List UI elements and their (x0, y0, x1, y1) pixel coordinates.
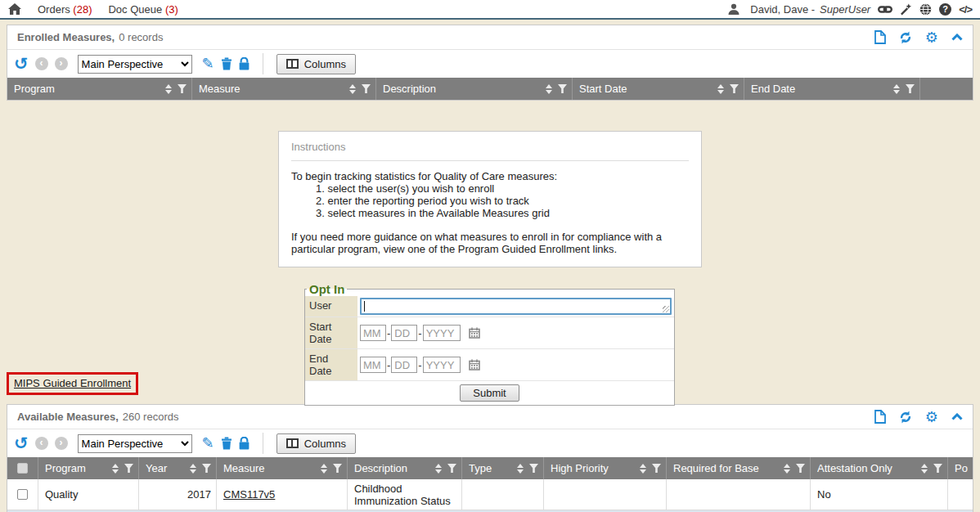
start-month-input[interactable] (360, 325, 386, 341)
delete-perspective-icon[interactable] (221, 57, 232, 70)
sort-icon[interactable] (435, 464, 442, 474)
select-all-checkbox[interactable] (17, 463, 28, 474)
column-header-measure[interactable]: Measure (216, 457, 347, 479)
column-header-description[interactable]: Description (347, 457, 461, 479)
filter-icon[interactable] (906, 84, 915, 93)
filter-icon[interactable] (730, 84, 739, 93)
end-month-input[interactable] (360, 357, 386, 373)
calendar-icon[interactable] (469, 359, 480, 371)
undo-icon[interactable]: ↺ (14, 56, 29, 72)
start-year-input[interactable] (423, 325, 461, 341)
column-header-high-priority[interactable]: High Priority (543, 457, 666, 479)
instructions-intro: To begin tracking statistics for Quality… (291, 170, 689, 182)
sort-icon[interactable] (517, 464, 524, 474)
filter-icon[interactable] (447, 464, 456, 473)
gear-icon[interactable]: ⚙ (925, 411, 938, 424)
delete-perspective-icon[interactable] (221, 437, 232, 450)
column-header-required-for-base[interactable]: Required for Base (666, 457, 810, 479)
start-day-input[interactable] (391, 325, 417, 341)
sort-icon[interactable] (784, 464, 790, 474)
collapse-icon[interactable] (951, 34, 963, 41)
globe-icon[interactable] (919, 3, 932, 16)
sort-icon[interactable] (190, 464, 196, 474)
column-header-description[interactable]: Description (375, 78, 572, 100)
column-header-type[interactable]: Type (461, 457, 543, 479)
perspective-select[interactable]: Main Perspective (78, 434, 192, 453)
column-header-year[interactable]: Year (138, 457, 216, 479)
refresh-icon[interactable] (899, 411, 912, 424)
lock-icon[interactable] (239, 437, 249, 450)
columns-button[interactable]: Columns (276, 433, 356, 454)
filter-icon[interactable] (124, 464, 133, 473)
nav-doc-queue[interactable]: Doc Queue (3) (108, 3, 178, 16)
perspective-select[interactable]: Main Perspective (78, 55, 192, 74)
mips-guided-enrollment-link[interactable]: MIPS Guided Enrollment (14, 377, 131, 389)
filter-icon[interactable] (333, 464, 342, 473)
filter-icon[interactable] (558, 84, 567, 93)
column-label: Start Date (579, 83, 712, 95)
wand-icon[interactable] (900, 3, 912, 16)
user-input[interactable] (360, 298, 672, 315)
next-perspective-button[interactable]: › (55, 437, 68, 450)
lock-icon[interactable] (239, 57, 249, 70)
calendar-icon[interactable] (469, 327, 480, 339)
cell-high-priority (543, 479, 666, 510)
column-header-program[interactable]: Program (7, 78, 191, 100)
available-measures-header: Available Measures, 260 records ⚙ (7, 405, 973, 429)
resize-grip[interactable] (663, 306, 669, 312)
column-label: End Date (751, 83, 888, 95)
new-document-icon[interactable] (874, 410, 886, 424)
measure-link[interactable]: CMS117v5 (223, 488, 275, 501)
filter-icon[interactable] (652, 464, 661, 473)
next-perspective-button[interactable]: › (55, 57, 68, 70)
help-icon[interactable]: ? (939, 3, 951, 16)
filter-icon[interactable] (529, 464, 538, 473)
columns-button[interactable]: Columns (276, 54, 356, 74)
nav-doc-queue-label: Doc Queue (108, 3, 162, 16)
row-checkbox[interactable] (17, 489, 28, 500)
sort-icon[interactable] (921, 464, 928, 474)
available-toolbar: ↺ ‹ › Main Perspective ✎ Columns (7, 429, 973, 457)
end-day-input[interactable] (391, 357, 417, 373)
gear-icon[interactable]: ⚙ (925, 31, 938, 44)
column-header-measure[interactable]: Measure (191, 78, 375, 100)
date-separator: - (387, 359, 390, 371)
sort-icon[interactable] (112, 464, 119, 474)
user-label: User (305, 296, 357, 317)
columns-button-label: Columns (304, 438, 346, 450)
sort-icon[interactable] (717, 84, 724, 94)
sort-icon[interactable] (165, 84, 172, 94)
end-year-input[interactable] (423, 357, 461, 373)
sort-icon[interactable] (349, 84, 356, 94)
home-icon[interactable] (8, 3, 21, 15)
column-header-program[interactable]: Program (38, 457, 138, 479)
new-document-icon[interactable] (874, 30, 886, 44)
edit-perspective-icon[interactable]: ✎ (202, 55, 214, 73)
code-icon[interactable]: </> (959, 3, 972, 16)
link-icon[interactable] (878, 4, 892, 15)
filter-icon[interactable] (933, 464, 942, 473)
undo-icon[interactable]: ↺ (14, 435, 29, 451)
filter-icon[interactable] (796, 464, 805, 473)
sort-icon[interactable] (321, 464, 327, 474)
column-header-end-date[interactable]: End Date (744, 78, 919, 100)
user-row: User (305, 296, 674, 317)
sort-icon[interactable] (893, 84, 900, 94)
nav-orders[interactable]: Orders (28) (38, 3, 92, 16)
column-header-points[interactable]: Points (947, 457, 973, 479)
edit-perspective-icon[interactable]: ✎ (202, 434, 214, 452)
sort-icon[interactable] (546, 84, 552, 94)
refresh-icon[interactable] (899, 31, 912, 44)
filter-icon[interactable] (178, 84, 187, 93)
filter-icon[interactable] (202, 464, 211, 473)
submit-button[interactable]: Submit (460, 384, 519, 402)
column-header-attestation-only[interactable]: Attestation Only (810, 457, 947, 479)
column-header-start-date[interactable]: Start Date (572, 78, 744, 100)
sort-icon[interactable] (640, 464, 646, 474)
toolbar-divider (263, 53, 263, 74)
prev-perspective-button[interactable]: ‹ (35, 437, 48, 450)
filter-icon[interactable] (362, 84, 371, 93)
prev-perspective-button[interactable]: ‹ (35, 57, 48, 70)
collapse-icon[interactable] (951, 413, 963, 420)
end-date-label: End Date (305, 349, 357, 380)
